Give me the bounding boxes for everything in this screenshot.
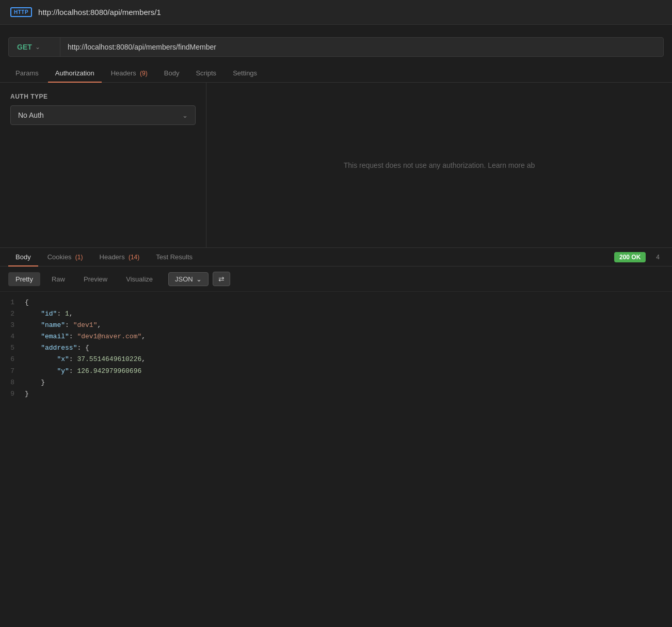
format-preview-button[interactable]: Preview — [76, 272, 115, 286]
chevron-down-icon: ⌄ — [35, 43, 40, 51]
auth-type-label: Auth Type — [10, 93, 196, 100]
response-tabs-row: Body Cookies (1) Headers (14) Test Resul… — [0, 248, 672, 267]
code-line-3: 3 "name": "dev1", — [0, 320, 672, 331]
code-line-5: 5 "address": { — [0, 342, 672, 354]
response-status-bar: 200 OK 4 — [610, 252, 664, 262]
tab-body[interactable]: Body — [157, 64, 187, 82]
auth-type-value: No Auth — [18, 111, 44, 119]
response-tab-body[interactable]: Body — [8, 248, 38, 266]
code-line-6: 6 "x": 37.5514649610226, — [0, 354, 672, 365]
code-line-8: 8 } — [0, 377, 672, 388]
tab-authorization[interactable]: Authorization — [48, 64, 102, 82]
title-bar: HTTP http://localhost:8080/api/members/1 — [0, 0, 672, 25]
format-pretty-button[interactable]: Pretty — [8, 272, 40, 286]
format-raw-button[interactable]: Raw — [44, 272, 72, 286]
status-extra: 4 — [656, 254, 660, 261]
auth-section: Auth Type No Auth ⌄ This request does no… — [0, 83, 672, 248]
http-badge: HTTP — [10, 7, 32, 17]
code-line-2: 2 "id": 1, — [0, 308, 672, 320]
code-line-9: 9 } — [0, 388, 672, 400]
code-line-1: 1 { — [0, 297, 672, 308]
headers-badge: (9) — [140, 70, 148, 77]
response-tab-cookies[interactable]: Cookies (1) — [40, 248, 90, 266]
chevron-down-icon: ⌄ — [196, 275, 202, 283]
response-tab-headers[interactable]: Headers (14) — [92, 248, 147, 266]
format-visualize-button[interactable]: Visualize — [119, 272, 160, 286]
tab-headers[interactable]: Headers (9) — [104, 64, 155, 82]
response-headers-badge: (14) — [129, 254, 139, 261]
method-select[interactable]: GET ⌄ — [9, 38, 60, 56]
code-line-7: 7 "y": 126.942979960696 — [0, 366, 672, 377]
json-format-select[interactable]: JSON ⌄ — [168, 272, 209, 286]
auth-right-panel: This request does not use any authorizat… — [206, 83, 672, 247]
wrap-button[interactable]: ⇄ — [213, 272, 230, 286]
format-bar: Pretty Raw Preview Visualize JSON ⌄ ⇄ — [0, 267, 672, 292]
response-section: Body Cookies (1) Headers (14) Test Resul… — [0, 248, 672, 405]
tab-scripts[interactable]: Scripts — [188, 64, 223, 82]
url-input[interactable] — [60, 38, 663, 56]
tab-settings[interactable]: Settings — [226, 64, 264, 82]
chevron-down-icon: ⌄ — [182, 112, 188, 119]
code-view: 1 { 2 "id": 1, 3 "name": "dev1", 4 "emai… — [0, 292, 672, 405]
auth-left-panel: Auth Type No Auth ⌄ — [0, 83, 206, 247]
auth-type-select[interactable]: No Auth ⌄ — [10, 105, 196, 125]
title-url: http://localhost:8080/api/members/1 — [38, 8, 161, 17]
status-badge: 200 OK — [614, 252, 646, 262]
code-line-4: 4 "email": "dev1@naver.com", — [0, 331, 672, 342]
json-label: JSON — [175, 275, 193, 283]
request-bar: GET ⌄ — [8, 37, 664, 57]
method-label: GET — [17, 43, 32, 51]
request-tabs-row: Params Authorization Headers (9) Body Sc… — [0, 64, 672, 83]
no-auth-message: This request does not use any authorizat… — [344, 161, 535, 169]
response-tab-test-results[interactable]: Test Results — [149, 248, 200, 266]
response-tabs: Body Cookies (1) Headers (14) Test Resul… — [8, 248, 200, 266]
cookies-badge: (1) — [75, 254, 83, 261]
tab-params[interactable]: Params — [8, 64, 46, 82]
